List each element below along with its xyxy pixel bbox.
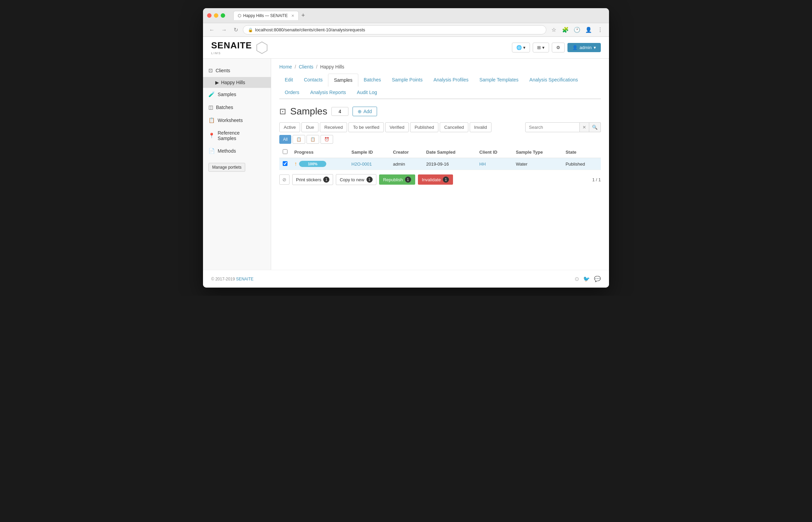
maximize-window-btn[interactable] bbox=[221, 13, 225, 18]
bookmark-btn[interactable]: ☆ bbox=[549, 25, 559, 35]
new-tab-btn[interactable]: + bbox=[301, 12, 305, 19]
breadcrumb-clients[interactable]: Clients bbox=[299, 64, 313, 70]
all-filter-btn[interactable]: All bbox=[279, 135, 291, 144]
browser-tab[interactable]: ⬡ Happy Hills — SENAITE ✕ bbox=[233, 11, 299, 20]
row-checkbox[interactable] bbox=[283, 161, 287, 166]
schedule-btn[interactable]: ⏰ bbox=[321, 135, 333, 144]
extension-btn[interactable]: 🧩 bbox=[561, 25, 570, 35]
history-btn[interactable]: 🕐 bbox=[572, 25, 582, 35]
search-clear-btn[interactable]: ✕ bbox=[580, 122, 589, 132]
filter-to-be-verified[interactable]: To be verified bbox=[348, 122, 384, 132]
col-sample-type: Sample Type bbox=[512, 147, 562, 158]
col-date-sampled: Date Sampled bbox=[423, 147, 476, 158]
user-menu-btn[interactable]: 👤 admin ▾ bbox=[567, 43, 601, 52]
table-header-row: Progress Sample ID Creator Date Sampled … bbox=[279, 147, 601, 158]
tab-sample-points[interactable]: Sample Points bbox=[386, 74, 428, 86]
filter-verified[interactable]: Verified bbox=[385, 122, 409, 132]
sidebar-reference-samples-label: ReferenceSamples bbox=[218, 130, 240, 141]
sidebar-item-clients[interactable]: ⊡ Clients bbox=[203, 64, 271, 77]
tab-sample-templates[interactable]: Sample Templates bbox=[474, 74, 524, 86]
breadcrumb-home[interactable]: Home bbox=[279, 64, 292, 70]
filter-received[interactable]: Received bbox=[320, 122, 347, 132]
sidebar-item-worksheets[interactable]: 📋 Worksheets bbox=[203, 114, 271, 127]
add-btn[interactable]: ⊕ Add bbox=[353, 107, 377, 116]
reload-btn[interactable]: ↻ bbox=[232, 25, 240, 34]
tabs-row: Edit Contacts Samples Batches Sample Poi… bbox=[279, 74, 601, 99]
sample-id-link[interactable]: H2O-0001 bbox=[352, 162, 372, 167]
select-all-checkbox[interactable] bbox=[283, 149, 287, 154]
col-creator: Creator bbox=[390, 147, 423, 158]
forward-btn[interactable]: → bbox=[219, 26, 229, 34]
paste-btn[interactable]: 📋 bbox=[307, 135, 319, 144]
search-input[interactable] bbox=[525, 122, 580, 132]
worksheets-icon: 📋 bbox=[208, 117, 215, 123]
filter-active[interactable]: Active bbox=[279, 122, 300, 132]
filter-row: Active Due Received To be verified Verif… bbox=[279, 122, 601, 132]
clients-icon: ⊡ bbox=[208, 67, 213, 74]
sidebar-item-happy-hills[interactable]: ▶ Happy Hills bbox=[203, 77, 271, 88]
minimize-window-btn[interactable] bbox=[214, 13, 218, 18]
tab-orders[interactable]: Orders bbox=[279, 86, 305, 98]
app-content: SENAITE LIMS 🌐 ▾ ⊞ ▾ ⚙ bbox=[203, 37, 609, 288]
tab-batches[interactable]: Batches bbox=[358, 74, 387, 86]
col-state: State bbox=[562, 147, 601, 158]
sidebar-item-batches[interactable]: ◫ Batches bbox=[203, 101, 271, 114]
client-id-link[interactable]: HH bbox=[479, 162, 486, 167]
globe-btn[interactable]: 🌐 ▾ bbox=[512, 43, 530, 52]
tab-edit[interactable]: Edit bbox=[279, 74, 298, 86]
tab-contacts[interactable]: Contacts bbox=[298, 74, 328, 86]
paste-icon: 📋 bbox=[310, 137, 315, 142]
user-icon: 👤 bbox=[572, 45, 578, 50]
copy-btn[interactable]: 📋 bbox=[293, 135, 305, 144]
settings-btn[interactable]: ⚙ bbox=[552, 43, 565, 52]
progress-bar: 100% bbox=[299, 161, 326, 167]
row-sample-id-cell: H2O-0001 bbox=[348, 158, 390, 170]
grid-dropdown-icon: ▾ bbox=[542, 45, 545, 50]
deselect-icon: ⊘ bbox=[282, 177, 286, 182]
url-text: localhost:8080/senaite/clients/client-10… bbox=[255, 27, 365, 32]
tab-audit-log[interactable]: Audit Log bbox=[352, 86, 382, 98]
sidebar-item-methods[interactable]: 📄 Methods bbox=[203, 144, 271, 157]
close-window-btn[interactable] bbox=[207, 13, 212, 18]
tab-analysis-specifications[interactable]: Analysis Specifications bbox=[524, 74, 583, 86]
tab-samples[interactable]: Samples bbox=[328, 74, 358, 87]
tab-analysis-reports[interactable]: Analysis Reports bbox=[305, 86, 352, 98]
sidebar: ⊡ Clients ▶ Happy Hills 🧪 Samples ◫ Batc… bbox=[203, 59, 271, 270]
republish-btn[interactable]: Republish 1 bbox=[379, 174, 415, 185]
manage-portlets-btn[interactable]: Manage portlets bbox=[208, 163, 245, 172]
gear-icon: ⚙ bbox=[556, 45, 560, 50]
address-bar: ← → ↻ 🔒 localhost:8080/senaite/clients/c… bbox=[203, 23, 609, 37]
footer-brand-link[interactable]: SENAITE bbox=[236, 277, 253, 281]
github-icon[interactable]: ⊙ bbox=[575, 276, 579, 282]
filter-published[interactable]: Published bbox=[410, 122, 438, 132]
all-label: All bbox=[283, 137, 287, 142]
samples-page-icon: ⊡ bbox=[279, 107, 286, 116]
republish-label: Republish bbox=[383, 177, 403, 182]
copy-to-new-btn[interactable]: Copy to new 1 bbox=[336, 174, 376, 185]
back-btn[interactable]: ← bbox=[207, 26, 217, 34]
invalidate-label: Invalidate bbox=[422, 177, 441, 182]
samples-table: Progress Sample ID Creator Date Sampled … bbox=[279, 147, 601, 170]
filter-due[interactable]: Due bbox=[301, 122, 318, 132]
chat-icon[interactable]: 💬 bbox=[594, 276, 601, 282]
sidebar-item-reference-samples[interactable]: 📍 ReferenceSamples bbox=[203, 127, 271, 144]
grid-btn[interactable]: ⊞ ▾ bbox=[533, 43, 549, 52]
deselect-btn[interactable]: ⊘ bbox=[279, 174, 290, 185]
count-input[interactable] bbox=[331, 107, 348, 116]
search-go-btn[interactable]: 🔍 bbox=[589, 122, 601, 132]
twitter-icon[interactable]: 🐦 bbox=[583, 276, 590, 282]
reference-samples-icon: 📍 bbox=[208, 133, 215, 139]
content-area: Home / Clients / Happy Hills Edit Contac… bbox=[271, 59, 609, 270]
profile-btn[interactable]: 👤 bbox=[584, 25, 593, 35]
print-stickers-btn[interactable]: Print stickers 1 bbox=[292, 174, 333, 185]
url-bar[interactable]: 🔒 localhost:8080/senaite/clients/client-… bbox=[243, 25, 546, 34]
tab-analysis-profiles[interactable]: Analysis Profiles bbox=[428, 74, 474, 86]
globe-dropdown-icon: ▾ bbox=[523, 45, 526, 50]
title-bar: ⬡ Happy Hills — SENAITE ✕ + bbox=[203, 8, 609, 23]
filter-cancelled[interactable]: Cancelled bbox=[440, 122, 468, 132]
sidebar-item-samples[interactable]: 🧪 Samples bbox=[203, 88, 271, 101]
menu-btn[interactable]: ⋮ bbox=[595, 25, 605, 35]
invalidate-btn[interactable]: Invalidate 1 bbox=[418, 174, 453, 185]
filter-invalid[interactable]: Invalid bbox=[470, 122, 491, 132]
tab-close-btn[interactable]: ✕ bbox=[291, 14, 294, 18]
